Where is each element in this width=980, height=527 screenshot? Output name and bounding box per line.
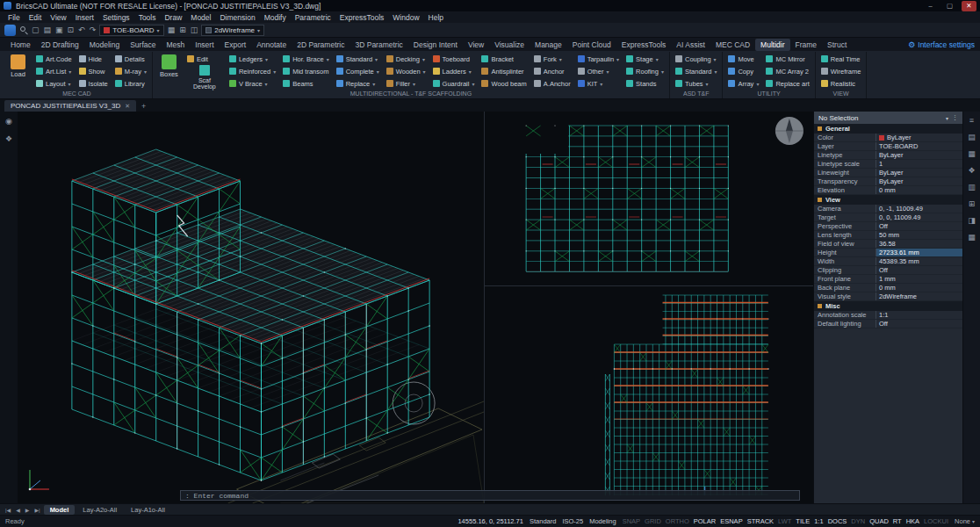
ribbon-button-coupling[interactable]: Coupling▾ — [673, 53, 719, 65]
ribbon-button-filler[interactable]: Filler▾ — [384, 77, 429, 90]
ribbon-tab-mec-cad[interactable]: MEC CAD — [710, 39, 755, 51]
layers-icon[interactable]: ▦ — [168, 24, 176, 37]
viewport-main-3d[interactable] — [18, 112, 485, 503]
menu-tools[interactable]: Tools — [134, 13, 161, 22]
ribbon-tab-insert[interactable]: Insert — [190, 39, 219, 51]
document-tab[interactable]: PONCAD JUSTITIEPALEIS V3_3D ✕ — [4, 100, 136, 112]
property-value[interactable]: Off — [876, 320, 962, 328]
ribbon-button-show[interactable]: Show — [76, 65, 111, 77]
maximize-button[interactable]: ▢ — [942, 1, 957, 11]
ribbon-button-antisplinter[interactable]: Antisplinter — [479, 65, 529, 77]
layer-dropdown[interactable]: TOE-BOARD ▾ — [99, 25, 163, 36]
ribbon-button-realistic[interactable]: Realistic — [818, 77, 864, 90]
statusbar-field-standard[interactable]: Standard — [530, 517, 556, 525]
ribbon-button-real-time[interactable]: Real Time — [818, 53, 864, 65]
statusbar-toggle-dyn[interactable]: DYN — [851, 517, 865, 525]
new-file-icon[interactable]: ▢ — [32, 24, 40, 37]
statusbar-field-iso-25[interactable]: ISO-25 — [562, 517, 583, 525]
ribbon-tab-surface[interactable]: Surface — [125, 39, 161, 51]
command-line[interactable]: : Enter command — [180, 490, 800, 501]
ribbon-button-hor-brace[interactable]: Hor. Brace▾ — [280, 53, 331, 65]
ribbon-button-wood-beam[interactable]: Wood beam — [479, 77, 529, 90]
grid-icon[interactable]: ⊞ — [179, 24, 186, 37]
menu-insert[interactable]: Insert — [71, 13, 98, 22]
property-value[interactable]: ByLayer — [876, 169, 962, 177]
selection-mode-dropdown[interactable]: None ▾ — [955, 517, 975, 525]
ribbon-button-standard[interactable]: Standard▾ — [673, 65, 719, 77]
menu-view[interactable]: View — [46, 13, 70, 22]
ribbon-button-scaf-develop[interactable]: Scaf Develop — [184, 65, 225, 90]
ribbon-tab-annotate[interactable]: Annotate — [251, 39, 292, 51]
ribbon-button-reinforced[interactable]: Reinforced▾ — [227, 65, 278, 77]
property-section-general[interactable]: General — [814, 124, 962, 134]
interface-settings-link[interactable]: ⚙ Interface settings — [908, 40, 975, 49]
property-value[interactable]: 1 mm — [876, 275, 962, 283]
property-value[interactable]: Off — [876, 266, 962, 274]
menu-model[interactable]: Model — [186, 13, 215, 22]
menu-window[interactable]: Window — [388, 13, 423, 22]
statusbar-toggle-polar[interactable]: POLAR — [694, 517, 716, 525]
ribbon-button-decking[interactable]: Decking▾ — [384, 53, 429, 65]
ribbon-button-roofing[interactable]: Roofing▾ — [623, 65, 667, 77]
lightbulb-icon[interactable]: ◉ — [5, 118, 12, 126]
statusbar-toggle-snap[interactable]: SNAP — [623, 517, 640, 525]
panel-properties-icon[interactable]: ▤ — [968, 134, 976, 141]
ribbon-button-complete[interactable]: Complete▾ — [334, 65, 382, 77]
statusbar-toggle-lockui[interactable]: LOCKUI — [924, 517, 948, 525]
panel-attachments-icon[interactable]: ⊞ — [969, 200, 976, 208]
ribbon-button-replace-art[interactable]: Replace art — [763, 77, 811, 90]
ribbon-tab-mesh[interactable]: Mesh — [161, 39, 190, 51]
sheet-nav-button[interactable]: ▶| — [32, 507, 41, 513]
search-icon[interactable] — [19, 25, 28, 34]
ribbon-button-art-list[interactable]: Art.List▾ — [33, 65, 75, 77]
panel-layers-icon[interactable]: ▦ — [968, 150, 976, 158]
statusbar-toggle-hka[interactable]: HKA — [906, 517, 919, 525]
app-launcher-button[interactable] — [4, 25, 16, 36]
ribbon-button-v-brace[interactable]: V Brace▾ — [227, 77, 278, 90]
property-value[interactable]: 2dWireframe — [876, 292, 962, 300]
statusbar-toggle-strack[interactable]: STRACK — [747, 517, 774, 525]
ribbon-button-load[interactable]: Load — [4, 53, 32, 90]
menu-expresstools[interactable]: ExpressTools — [335, 13, 389, 22]
statusbar-toggle-lwt[interactable]: LWT — [778, 517, 791, 525]
ribbon-button-stage[interactable]: Stage▾ — [623, 53, 667, 65]
close-button[interactable]: ✕ — [962, 1, 976, 11]
ribbon-tab-point-cloud[interactable]: Point Cloud — [567, 39, 616, 51]
ribbon-button-boxes[interactable]: Boxes — [155, 53, 183, 90]
property-value[interactable]: ByLayer — [876, 134, 962, 141]
property-value[interactable]: Off — [876, 222, 962, 230]
sheet-tab-model[interactable]: Model — [44, 505, 76, 515]
ribbon-tab-modeling[interactable]: Modeling — [84, 39, 126, 51]
menu-draw[interactable]: Draw — [160, 13, 186, 22]
property-value[interactable]: 0, 0, 11009.49 — [876, 213, 962, 221]
viewport-front-elevation[interactable] — [485, 112, 813, 286]
ribbon-button-tarpaulin[interactable]: Tarpaulin▾ — [575, 53, 622, 65]
ribbon-button-anchor[interactable]: Anchor — [531, 65, 573, 77]
menu-edit[interactable]: Edit — [25, 13, 47, 22]
property-value[interactable]: 0 mm — [876, 284, 962, 292]
property-value[interactable]: 1 — [876, 160, 962, 168]
statusbar-toggle-tile[interactable]: TILE — [796, 517, 810, 525]
statusbar-field-modeling[interactable]: Modeling — [589, 517, 616, 525]
panel-components-icon[interactable]: ◨ — [968, 217, 976, 225]
menu-settings[interactable]: Settings — [98, 13, 134, 22]
property-value[interactable]: 0, -1, 11009.49 — [876, 205, 962, 213]
ribbon-button-mc-array-2[interactable]: MC Array 2 — [763, 65, 811, 77]
property-value[interactable]: 36.58 — [876, 240, 962, 248]
ribbon-button-library[interactable]: Library — [112, 77, 149, 90]
ribbon-button-details[interactable]: Details — [112, 53, 149, 65]
menu-dimension[interactable]: Dimension — [215, 13, 259, 22]
print-icon[interactable]: ⊡ — [68, 24, 75, 37]
ribbon-button-layout[interactable]: Layout▾ — [33, 77, 75, 90]
menu-help[interactable]: Help — [424, 13, 448, 22]
viewport-side-elevation[interactable] — [485, 286, 813, 503]
statusbar-toggle-ortho[interactable]: ORTHO — [666, 517, 689, 525]
ribbon-button-hide[interactable]: Hide — [76, 53, 111, 65]
blocks-icon[interactable]: ❖ — [5, 135, 12, 143]
ribbon-tab-multidir[interactable]: Multidir — [755, 39, 789, 51]
property-value[interactable]: TOE-BOARD — [876, 142, 962, 150]
ribbon-button-other[interactable]: Other▾ — [575, 65, 622, 77]
ribbon-button-beams[interactable]: Beams — [280, 77, 331, 90]
ribbon-tab-3d-parametric[interactable]: 3D Parametric — [349, 39, 407, 51]
ribbon-button-a-anchor[interactable]: A.Anchor — [531, 77, 573, 90]
